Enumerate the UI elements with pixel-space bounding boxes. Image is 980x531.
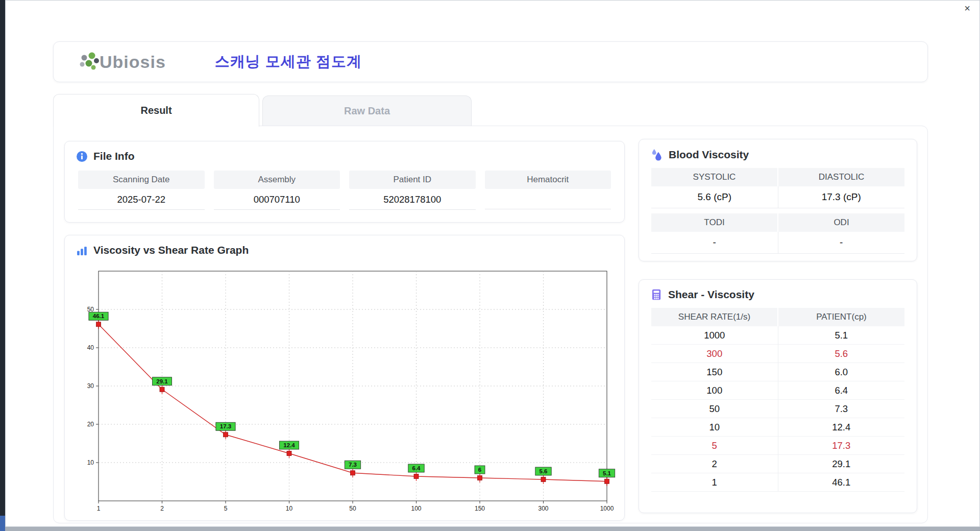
todi-value: - (651, 232, 778, 254)
field-label: Assembly (214, 171, 340, 189)
shear-rate-cell: 2 (651, 455, 778, 473)
patient-viscosity-cell: 5.1 (778, 326, 905, 345)
tab-raw-data[interactable]: Raw Data (262, 95, 472, 126)
table-row: 146.1 (651, 473, 904, 492)
field-label: Hematocrit (485, 171, 611, 189)
file-info-card: File Info Scanning Date 2025-07-22 Assem… (64, 141, 625, 223)
svg-text:12.4: 12.4 (283, 442, 295, 448)
blood-viscosity-card: Blood Viscosity SYSTOLIC DIASTOLIC 5.6 (… (639, 139, 917, 261)
patient-viscosity-cell: 6.0 (778, 363, 905, 381)
dot-cluster-logo-icon (76, 51, 102, 73)
svg-text:2: 2 (160, 505, 164, 512)
file-info-title: File Info (93, 150, 135, 162)
odi-header: ODI (777, 213, 904, 232)
svg-text:17.3: 17.3 (220, 423, 231, 429)
field-value: 2025-07-22 (78, 189, 205, 210)
table-row: 517.3 (651, 437, 904, 455)
close-icon[interactable]: × (961, 2, 973, 14)
svg-text:46.1: 46.1 (93, 313, 105, 319)
background-edge (0, 0, 5, 531)
table-header-row: SHEAR RATE(1/s) PATIENT(cp) (651, 308, 904, 326)
blood-viscosity-title: Blood Viscosity (669, 149, 749, 161)
table-row: 5.6 (cP) 17.3 (cP) (651, 186, 904, 208)
field-assembly: Assembly 000707110 (214, 171, 340, 210)
systolic-value: 5.6 (cP) (651, 186, 778, 208)
shear-viscosity-rows: 10005.13005.61506.01006.4507.31012.4517.… (651, 326, 904, 492)
page-title: 스캐닝 모세관 점도계 (215, 52, 362, 72)
field-hematocrit: Hematocrit (485, 171, 611, 210)
field-scanning-date: Scanning Date 2025-07-22 (78, 171, 205, 210)
svg-text:7.3: 7.3 (349, 462, 357, 468)
svg-text:10: 10 (87, 459, 94, 466)
shear-rate-cell: 10 (651, 418, 778, 437)
patient-viscosity-cell: 6.4 (778, 381, 905, 400)
patient-header: PATIENT(cp) (777, 308, 904, 326)
shear-rate-cell: 1 (651, 473, 778, 492)
svg-text:100: 100 (411, 505, 421, 512)
table-row: 10005.1 (651, 326, 904, 345)
header: Ubiosis 스캐닝 모세관 점도계 (53, 41, 928, 82)
systolic-header: SYSTOLIC (651, 168, 777, 186)
tab-result[interactable]: Result (53, 94, 259, 127)
field-value: 52028178100 (349, 189, 476, 210)
shear-viscosity-card: Shear - Viscosity SHEAR RATE(1/s) PATIEN… (639, 279, 917, 513)
field-label: Patient ID (349, 171, 476, 189)
patient-viscosity-cell: 46.1 (778, 473, 905, 492)
logo-text: Ubiosis (100, 52, 166, 72)
file-info-fields: Scanning Date 2025-07-22 Assembly 000707… (78, 171, 611, 210)
shear-rate-cell: 100 (651, 381, 778, 400)
svg-text:10: 10 (286, 505, 293, 512)
field-value: 000707110 (214, 189, 340, 210)
svg-text:300: 300 (538, 505, 548, 512)
shear-rate-header: SHEAR RATE(1/s) (651, 308, 777, 326)
svg-text:5.1: 5.1 (603, 470, 611, 476)
table-row: 1012.4 (651, 418, 904, 437)
svg-text:1000: 1000 (600, 505, 614, 512)
svg-text:30: 30 (87, 382, 94, 390)
patient-viscosity-cell: 17.3 (778, 437, 905, 455)
shear-rate-cell: 1000 (651, 326, 778, 345)
todi-header: TODI (651, 213, 777, 232)
patient-viscosity-cell: 29.1 (778, 455, 905, 473)
svg-text:6.4: 6.4 (412, 465, 421, 471)
svg-text:50: 50 (349, 505, 356, 512)
svg-text:40: 40 (87, 344, 94, 351)
svg-text:20: 20 (87, 421, 94, 428)
shear-rate-cell: 5 (651, 437, 778, 455)
svg-text:5: 5 (224, 505, 228, 512)
svg-text:29.1: 29.1 (156, 378, 168, 384)
svg-text:5.6: 5.6 (540, 468, 548, 474)
patient-viscosity-cell: 5.6 (778, 345, 905, 363)
shear-rate-cell: 150 (651, 363, 778, 381)
background-corner-accent (0, 516, 5, 531)
table-row: - - (651, 232, 904, 254)
info-circle-icon (76, 151, 88, 162)
patient-viscosity-cell: 7.3 (778, 400, 905, 418)
odi-value: - (778, 232, 905, 254)
diastolic-header: DIASTOLIC (777, 168, 904, 186)
svg-text:1: 1 (97, 505, 101, 512)
diastolic-value: 17.3 (cP) (778, 186, 905, 208)
logo: Ubiosis (76, 51, 166, 73)
bar-chart-icon (76, 245, 88, 256)
svg-text:150: 150 (475, 505, 485, 512)
graph-title: Viscosity vs Shear Rate Graph (93, 244, 249, 256)
blood-viscosity-table: SYSTOLIC DIASTOLIC 5.6 (cP) 17.3 (cP) TO… (651, 168, 904, 254)
table-row: 1506.0 (651, 363, 904, 381)
shear-viscosity-title: Shear - Viscosity (668, 288, 754, 301)
table-row: 1006.4 (651, 381, 904, 400)
patient-viscosity-cell: 12.4 (778, 418, 905, 437)
table-row: 507.3 (651, 400, 904, 418)
table-row: 3005.6 (651, 345, 904, 363)
shear-rate-cell: 300 (651, 345, 778, 363)
table-header-row: SYSTOLIC DIASTOLIC (651, 168, 904, 186)
table-header-row: TODI ODI (651, 213, 904, 232)
shear-rate-cell: 50 (651, 400, 778, 418)
field-label: Scanning Date (78, 171, 205, 189)
droplet-icon (650, 148, 663, 161)
shear-viscosity-table: SHEAR RATE(1/s) PATIENT(cp) 10005.13005.… (651, 308, 904, 492)
field-patient-id: Patient ID 52028178100 (349, 171, 476, 210)
table-row: 229.1 (651, 455, 904, 473)
viscosity-graph-card: Viscosity vs Shear Rate Graph 1020304050… (64, 235, 625, 521)
field-value (485, 189, 611, 209)
